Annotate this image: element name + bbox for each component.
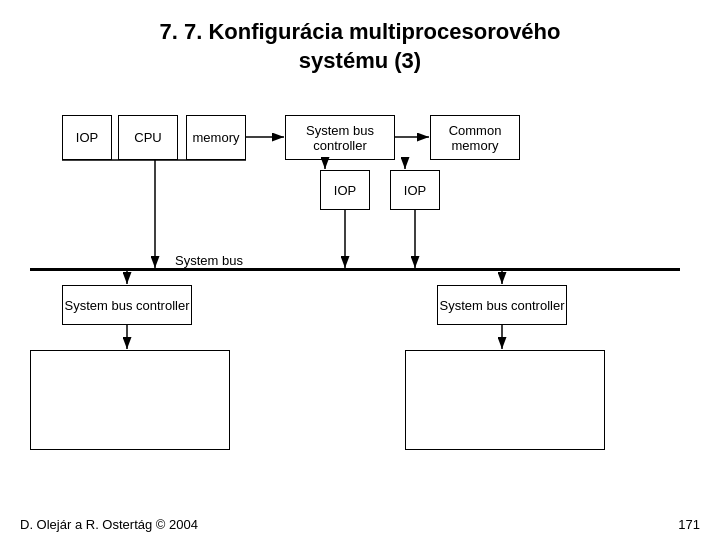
system-bus-controller-top-box: System bus controller — [285, 115, 395, 160]
system-bus-label: System bus — [175, 253, 243, 268]
diagram-area: IOP CPU memory System bus controller Com… — [0, 85, 720, 515]
title-line2: systému (3) — [299, 48, 421, 73]
iop-topright1-box: IOP — [320, 170, 370, 210]
cpu-box: CPU — [118, 115, 178, 160]
title-line1: 7. 7. Konfigurácia multiprocesorového — [160, 19, 561, 44]
page-title: 7. 7. Konfigurácia multiprocesorového sy… — [0, 0, 720, 85]
computer2-box: Computer No. 2 — [30, 350, 230, 450]
copyright-text: D. Olejár a R. Ostertág © 2004 — [20, 517, 198, 532]
system-bus-controller-bottom-right-box: System bus controller — [437, 285, 567, 325]
page-number: 171 — [678, 517, 700, 532]
memory-box: memory — [186, 115, 246, 160]
computer3-box: Computer No. 3 — [405, 350, 605, 450]
footer: D. Olejár a R. Ostertág © 2004 171 — [0, 517, 720, 532]
iop-topleft-box: IOP — [62, 115, 112, 160]
system-bus-controller-bottom-left-box: System bus controller — [62, 285, 192, 325]
common-memory-box: Common memory — [430, 115, 520, 160]
iop-topright2-box: IOP — [390, 170, 440, 210]
system-bus-line — [30, 268, 680, 271]
